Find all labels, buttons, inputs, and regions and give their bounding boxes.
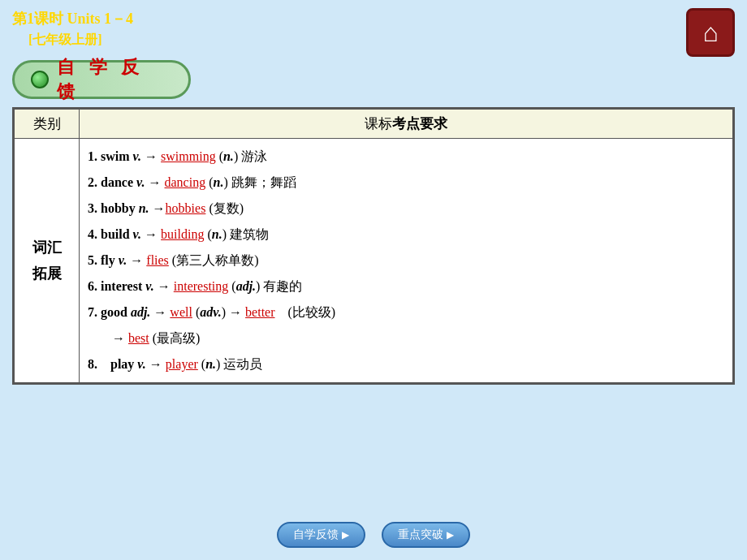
banner-dot <box>31 71 49 88</box>
answer-interesting: interesting <box>174 279 229 293</box>
answer-swimming: swimming <box>161 149 216 163</box>
answer-best: best <box>128 331 149 345</box>
col1-header: 类别 <box>15 110 80 139</box>
col2-header-bold: 考点要求 <box>392 116 447 131</box>
vocab-row-5: 5. fly v. → flies (第三人称单数) <box>88 248 724 274</box>
vocab-row-3: 3. hobby n. →hobbies (复数) <box>88 196 724 222</box>
col2-header: 课标考点要求 <box>80 110 733 139</box>
banner: 自 学 反 馈 <box>12 60 191 99</box>
answer-building: building <box>161 227 204 241</box>
header-line2: [七年级上册] <box>28 30 735 50</box>
vocab-row-7: 7. good adj. → well (adv.) → better (比较级… <box>88 299 724 325</box>
answer-player: player <box>166 357 198 371</box>
main-table-wrapper: 类别 课标考点要求 词汇 拓展 1. swim v. → swimming (n… <box>12 107 735 385</box>
vocab-row-4: 4. build v. → building (n.) 建筑物 <box>88 222 724 248</box>
nav-arrow-2: ▶ <box>447 529 454 541</box>
nav-label-zhongdian: 重点突破 <box>398 528 443 542</box>
vocab-row-1: 1. swim v. → swimming (n.) 游泳 <box>88 144 724 170</box>
content-cell: 1. swim v. → swimming (n.) 游泳 2. dance v… <box>80 139 733 383</box>
nav-button-zixue[interactable]: 自学反馈 ▶ <box>277 522 365 548</box>
vocab-row-6: 6. interest v. → interesting (adj.) 有趣的 <box>88 274 724 299</box>
home-icon: ⌂ <box>702 18 718 48</box>
nav-button-zhongdian[interactable]: 重点突破 ▶ <box>382 522 470 548</box>
answer-dancing: dancing <box>165 175 206 189</box>
answer-hobbies: hobbies <box>166 201 206 215</box>
answer-well: well <box>170 305 192 319</box>
vocab-row-7b: → best (最高级) <box>88 325 724 351</box>
answer-better: better <box>245 305 274 319</box>
bottom-nav: 自学反馈 ▶ 重点突破 ▶ <box>277 522 470 548</box>
vocab-row-8: 8. play v. → player (n.) 运动员 <box>88 351 724 377</box>
table-row: 词汇 拓展 1. swim v. → swimming (n.) 游泳 2. d… <box>15 139 733 383</box>
banner-text: 自 学 反 馈 <box>57 55 172 104</box>
nav-arrow-1: ▶ <box>342 529 349 541</box>
header-line1: 第1课时 Units 1－4 <box>12 8 735 30</box>
category-line2: 拓展 <box>32 265 62 282</box>
header: 第1课时 Units 1－4 [七年级上册] <box>0 0 747 54</box>
vocab-row-2: 2. dance v. → dancing (n.) 跳舞；舞蹈 <box>88 170 724 196</box>
col2-header-normal: 课标 <box>365 116 392 131</box>
category-line1: 词汇 <box>32 239 62 256</box>
num-1: 1. swim <box>88 149 130 163</box>
nav-label-zixue: 自学反馈 <box>293 528 339 542</box>
home-button[interactable]: ⌂ <box>686 8 735 57</box>
category-cell: 词汇 拓展 <box>15 139 80 383</box>
vocabulary-table: 类别 课标考点要求 词汇 拓展 1. swim v. → swimming (n… <box>14 109 733 383</box>
answer-flies: flies <box>146 253 169 267</box>
